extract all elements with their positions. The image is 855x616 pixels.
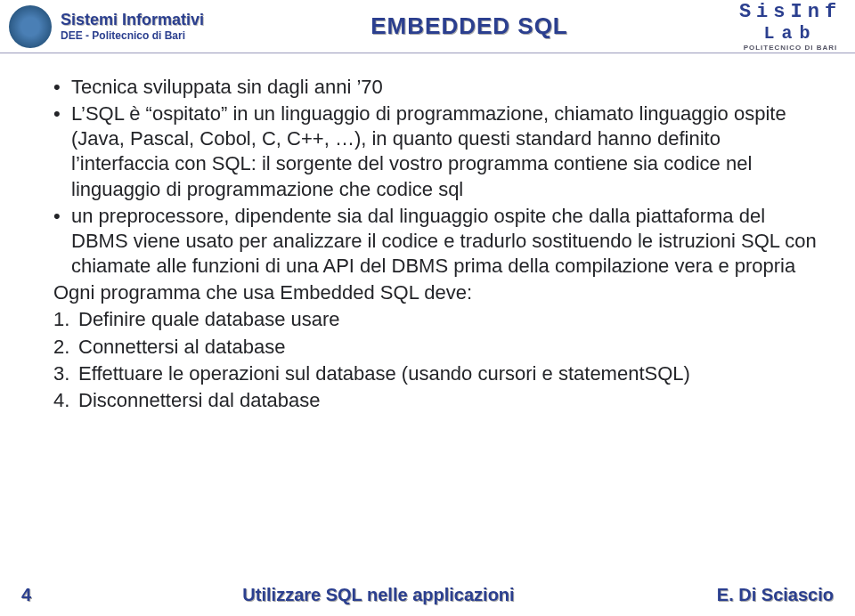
ordered-item: Definire quale database usare xyxy=(53,307,819,332)
slide-header: Sistemi Informativi DEE - Politecnico di… xyxy=(0,0,855,53)
ordered-item: Disconnettersi dal database xyxy=(53,388,819,413)
lab-logo: SisInf Lab POLITECNICO DI BARI xyxy=(735,1,846,52)
lab-logo-sub: POLITECNICO DI BARI xyxy=(735,44,846,52)
header-left-text: Sistemi Informativi DEE - Politecnico di… xyxy=(61,11,204,42)
header-dept-name: DEE - Politecnico di Bari xyxy=(61,29,204,42)
lab-logo-line2: Lab xyxy=(735,23,846,44)
slide-footer: 4 Utilizzare SQL nelle applicazioni E. D… xyxy=(0,585,855,605)
lab-logo-line1: SisInf xyxy=(735,1,846,23)
ordered-list: Definire quale database usare Connetters… xyxy=(53,307,819,413)
intro-line: Ogni programma che usa Embedded SQL deve… xyxy=(53,280,819,305)
page-number: 4 xyxy=(21,585,75,605)
bullet-list: Tecnica sviluppata sin dagli anni ’70 L’… xyxy=(53,75,819,279)
ordered-item: Connettersi al database xyxy=(53,335,819,360)
bullet-item: L’SQL è “ospitato” in un linguaggio di p… xyxy=(53,101,819,202)
ordered-item: Effettuare le operazioni sul database (u… xyxy=(53,361,819,386)
bullet-item: un preprocessore, dipendente sia dal lin… xyxy=(53,204,819,279)
header-center: EMBEDDED SQL xyxy=(204,12,735,40)
slide-content: Tecnica sviluppata sin dagli anni ’70 L’… xyxy=(0,53,855,433)
footer-title: Utilizzare SQL nelle applicazioni xyxy=(75,585,682,605)
slide-title: EMBEDDED SQL xyxy=(370,12,567,39)
bullet-item: Tecnica sviluppata sin dagli anni ’70 xyxy=(53,75,819,100)
header-course-name: Sistemi Informativi xyxy=(61,11,204,29)
institution-logo xyxy=(9,5,52,48)
footer-author: E. Di Sciascio xyxy=(682,585,834,605)
